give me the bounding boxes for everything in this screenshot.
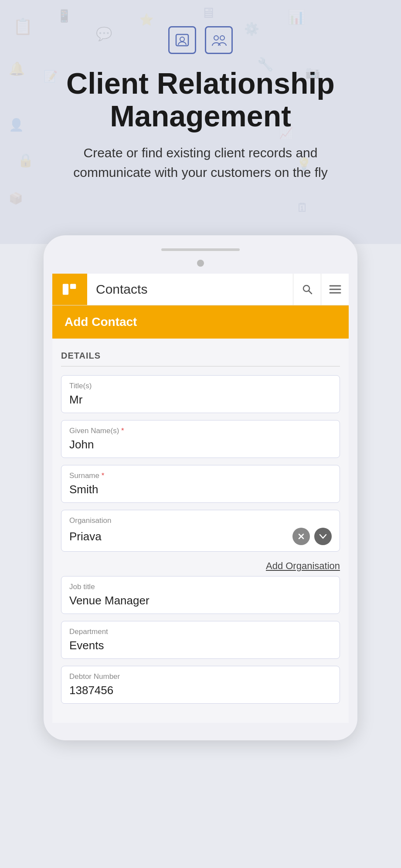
organisation-actions bbox=[292, 528, 332, 545]
department-label: Department bbox=[69, 627, 332, 636]
given-names-field[interactable]: Given Name(s) * John bbox=[61, 420, 340, 458]
add-organisation-link-container: Add Organisation bbox=[61, 559, 340, 576]
app-title: Contacts bbox=[87, 282, 293, 297]
organisation-label: Organisation bbox=[69, 516, 332, 525]
phone-mockup: Contacts Add Contact bbox=[44, 235, 357, 740]
job-title-label: Job title bbox=[69, 583, 332, 591]
clear-organisation-button[interactable] bbox=[292, 528, 310, 545]
section-header: DETAILS bbox=[61, 351, 340, 366]
hero-section: 📋 📱 💬 ⭐ 🖥 ⚙️ 📊 🔔 📝 🔧 📷 👤 📈 🔒 💡 📦 🗓 bbox=[0, 0, 401, 244]
given-names-label: Given Name(s) * bbox=[69, 427, 332, 435]
surname-field[interactable]: Surname * Smith bbox=[61, 465, 340, 503]
organisation-field[interactable]: Organisation Priava bbox=[61, 510, 340, 552]
svg-rect-4 bbox=[63, 284, 68, 295]
organisation-value: Priava bbox=[69, 530, 292, 543]
chevron-down-icon bbox=[319, 534, 327, 539]
svg-rect-0 bbox=[176, 34, 188, 46]
job-title-field[interactable]: Job title Venue Manager bbox=[61, 576, 340, 614]
organisation-dropdown-button[interactable] bbox=[314, 528, 332, 545]
debtor-number-value: 1387456 bbox=[69, 684, 332, 697]
debtor-number-field[interactable]: Debtor Number 1387456 bbox=[61, 666, 340, 704]
title-label: Title(s) bbox=[69, 382, 332, 390]
team-icon bbox=[211, 32, 227, 48]
app-logo bbox=[52, 274, 87, 305]
logo-svg bbox=[61, 280, 78, 298]
background-icons: 📋 📱 💬 ⭐ 🖥 ⚙️ 📊 🔔 📝 🔧 📷 👤 📈 🔒 💡 📦 🗓 bbox=[0, 0, 401, 244]
title-field[interactable]: Title(s) Mr bbox=[61, 375, 340, 413]
job-title-value: Venue Manager bbox=[69, 594, 332, 607]
phone-top-bar bbox=[161, 248, 240, 251]
menu-icon bbox=[329, 285, 341, 294]
phone-camera bbox=[197, 260, 204, 267]
search-button[interactable] bbox=[293, 274, 321, 305]
team-icon-box bbox=[205, 26, 233, 54]
contacts-icon-box bbox=[168, 26, 196, 54]
phone-wrapper: Contacts Add Contact bbox=[0, 235, 401, 766]
svg-point-2 bbox=[214, 36, 218, 40]
department-value: Events bbox=[69, 639, 332, 652]
app-header: Contacts bbox=[52, 274, 349, 305]
app-logo-icon bbox=[61, 281, 78, 298]
svg-point-3 bbox=[220, 36, 224, 40]
contact-card-icon bbox=[174, 32, 190, 48]
surname-value: Smith bbox=[69, 483, 332, 496]
hero-subtitle: Create or find existing client records a… bbox=[70, 143, 331, 182]
hero-icon-group bbox=[9, 26, 392, 54]
form-body: DETAILS Title(s) Mr Given Name(s) * John… bbox=[52, 339, 349, 723]
department-field[interactable]: Department Events bbox=[61, 621, 340, 659]
debtor-number-label: Debtor Number bbox=[69, 672, 332, 681]
add-contact-banner[interactable]: Add Contact bbox=[52, 305, 349, 339]
search-icon bbox=[301, 283, 313, 295]
hero-title: Client Relationship Management bbox=[52, 67, 349, 132]
app-header-icons bbox=[293, 274, 349, 305]
menu-button[interactable] bbox=[321, 274, 349, 305]
title-value: Mr bbox=[69, 393, 332, 407]
surname-label: Surname * bbox=[69, 471, 332, 480]
svg-line-7 bbox=[309, 291, 312, 294]
svg-point-1 bbox=[180, 37, 184, 41]
add-organisation-link[interactable]: Add Organisation bbox=[266, 560, 340, 571]
given-names-value: John bbox=[69, 438, 332, 451]
clear-icon bbox=[297, 532, 305, 540]
svg-rect-5 bbox=[70, 284, 76, 289]
